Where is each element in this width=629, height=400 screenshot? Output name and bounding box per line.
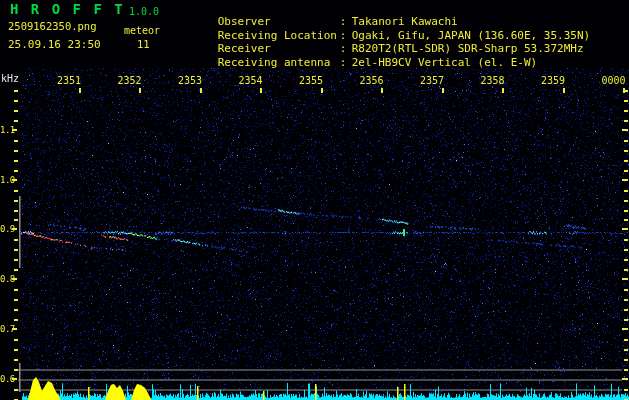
freq-minor-tick bbox=[14, 299, 18, 301]
freq-minor-tick bbox=[14, 140, 18, 142]
freq-minor-tick-right bbox=[624, 369, 628, 371]
time-tick-mark bbox=[200, 88, 202, 93]
time-tick-mark bbox=[260, 88, 262, 93]
freq-minor-tick bbox=[14, 339, 18, 341]
time-tick-mark bbox=[381, 88, 383, 93]
freq-minor-tick bbox=[14, 100, 18, 102]
freq-major-tick-right bbox=[622, 328, 628, 330]
freq-minor-tick bbox=[14, 110, 18, 112]
freq-minor-tick-right bbox=[624, 289, 628, 291]
freq-minor-tick-right bbox=[624, 150, 628, 152]
time-label: 2352 bbox=[117, 76, 141, 86]
freq-minor-tick-right bbox=[624, 210, 628, 212]
time-tick-mark bbox=[79, 88, 81, 93]
freq-minor-tick-right bbox=[624, 319, 628, 321]
time-tick-mark bbox=[139, 88, 141, 93]
freq-major-tick-right bbox=[622, 278, 628, 280]
freq-minor-tick bbox=[14, 389, 18, 391]
freq-minor-tick-right bbox=[624, 90, 628, 92]
freq-minor-tick bbox=[14, 319, 18, 321]
freq-minor-tick-right bbox=[624, 349, 628, 351]
freq-minor-tick-right bbox=[624, 269, 628, 271]
freq-minor-tick bbox=[14, 359, 18, 361]
freq-minor-tick-right bbox=[624, 190, 628, 192]
freq-minor-tick bbox=[14, 369, 18, 371]
freq-minor-tick-right bbox=[624, 200, 628, 202]
freq-minor-tick-right bbox=[624, 339, 628, 341]
time-label: 0000 bbox=[601, 76, 625, 86]
freq-minor-tick-right bbox=[624, 110, 628, 112]
freq-minor-tick-right bbox=[624, 309, 628, 311]
hrofft-window: H R O F F T 1.0.0 2509162350.png meteor … bbox=[0, 0, 629, 400]
time-label: 2355 bbox=[299, 76, 323, 86]
freq-minor-tick bbox=[14, 289, 18, 291]
time-label: 2359 bbox=[541, 76, 565, 86]
time-tick-mark bbox=[321, 88, 323, 93]
freq-minor-tick-right bbox=[624, 219, 628, 221]
freq-major-tick-right bbox=[622, 228, 628, 230]
freq-minor-tick bbox=[14, 349, 18, 351]
time-label: 2356 bbox=[359, 76, 383, 86]
freq-minor-tick-right bbox=[624, 140, 628, 142]
freq-major-tick bbox=[12, 228, 17, 230]
freq-minor-tick-right bbox=[624, 160, 628, 162]
freq-minor-tick bbox=[14, 90, 18, 92]
time-label: 2354 bbox=[238, 76, 262, 86]
freq-minor-tick-right bbox=[624, 170, 628, 172]
freq-major-tick bbox=[12, 378, 17, 380]
time-label: 2351 bbox=[57, 76, 81, 86]
freq-minor-tick-right bbox=[624, 299, 628, 301]
freq-minor-tick-right bbox=[624, 239, 628, 241]
freq-major-tick-right bbox=[622, 129, 628, 131]
freq-minor-tick bbox=[14, 219, 18, 221]
freq-minor-tick bbox=[14, 150, 18, 152]
freq-minor-tick bbox=[14, 120, 18, 122]
time-label: 2357 bbox=[420, 76, 444, 86]
freq-major-tick bbox=[12, 328, 17, 330]
time-tick-mark bbox=[502, 88, 504, 93]
time-label: 2353 bbox=[178, 76, 202, 86]
axis-layer: 2351235223532354235523562357235823590000… bbox=[0, 0, 629, 400]
freq-minor-tick bbox=[14, 269, 18, 271]
freq-minor-tick-right bbox=[624, 259, 628, 261]
freq-minor-tick-right bbox=[624, 389, 628, 391]
freq-major-tick bbox=[12, 179, 17, 181]
time-tick-mark bbox=[563, 88, 565, 93]
freq-minor-tick bbox=[14, 239, 18, 241]
time-label: 2358 bbox=[480, 76, 504, 86]
freq-minor-tick-right bbox=[624, 120, 628, 122]
freq-major-tick-right bbox=[622, 179, 628, 181]
freq-minor-tick bbox=[14, 259, 18, 261]
freq-minor-tick-right bbox=[624, 100, 628, 102]
freq-minor-tick bbox=[14, 190, 18, 192]
freq-minor-tick-right bbox=[624, 359, 628, 361]
freq-minor-tick bbox=[14, 170, 18, 172]
freq-major-tick-right bbox=[622, 378, 628, 380]
freq-minor-tick-right bbox=[624, 249, 628, 251]
freq-minor-tick bbox=[14, 200, 18, 202]
freq-minor-tick bbox=[14, 309, 18, 311]
time-tick-mark bbox=[442, 88, 444, 93]
freq-minor-tick bbox=[14, 160, 18, 162]
freq-major-tick bbox=[12, 129, 17, 131]
freq-major-tick bbox=[12, 278, 17, 280]
freq-minor-tick bbox=[14, 210, 18, 212]
freq-minor-tick bbox=[14, 249, 18, 251]
